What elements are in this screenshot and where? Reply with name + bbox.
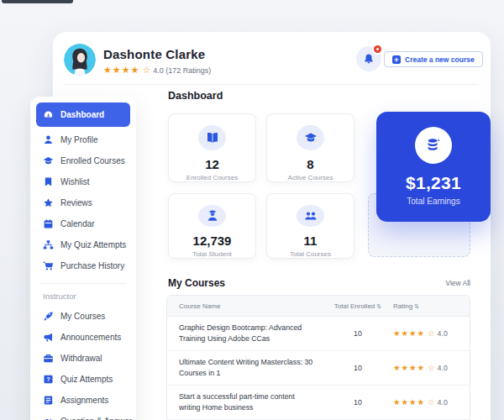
stat-card-total-courses: 11 Total Courses (266, 193, 354, 259)
rating-stars-icon: ★★★★ (393, 364, 425, 372)
course-enrolled: 10 (323, 398, 393, 407)
assignment-icon (43, 395, 54, 406)
star-icon (43, 197, 54, 208)
course-enrolled: 10 (323, 364, 393, 372)
stat-label: Active Courses (288, 174, 333, 181)
sidebar-divider (40, 283, 126, 284)
sidebar-item-quiz-attempts[interactable]: ? Quiz Attempts (30, 369, 136, 390)
table-row[interactable]: Start a successful part-time content wri… (167, 386, 470, 420)
sidebar-item-reviews[interactable]: Reviews (30, 192, 136, 213)
view-all-link[interactable]: View All (416, 279, 470, 287)
sidebar-item-question-answer[interactable]: ?! Question & Answer (30, 411, 136, 420)
quiz-icon: ? (43, 374, 54, 385)
sidebar-item-label: Announcements (60, 333, 121, 342)
stat-label: Total Courses (290, 250, 331, 258)
sidebar-item-label: My Profile (60, 135, 97, 144)
sidebar-item-my-quiz-attempts[interactable]: My Quiz Attempts (30, 234, 136, 255)
stat-value: 8 (307, 157, 313, 171)
rating-value: 4.0 (438, 398, 448, 407)
sort-icon: ⇅ (376, 303, 381, 309)
create-course-label: Create a new course (405, 55, 475, 64)
create-course-button[interactable]: Create a new course (384, 51, 483, 67)
rating-value: 4.0 (438, 329, 448, 338)
table-header-row: Course Name Total Enrolled⇅ Rating⇅ (167, 296, 470, 317)
sidebar-item-my-profile[interactable]: My Profile (30, 129, 136, 150)
sidebar-item-label: Reviews (60, 198, 92, 207)
rating-stars-icon: ★★★★ (103, 66, 139, 75)
avatar (64, 44, 96, 76)
sidebar-item-calendar[interactable]: Calendar (30, 213, 136, 234)
sidebar-item-label: Dashboard (60, 110, 104, 119)
earnings-label: Total Earnings (407, 197, 459, 206)
column-course-name: Course Name (167, 302, 323, 310)
page-title: Dashboard (168, 90, 223, 102)
course-name: Start a successful part-time content wri… (167, 386, 323, 418)
total-earnings-card: $1,231 Total Earnings (376, 112, 491, 222)
column-total-enrolled[interactable]: Total Enrolled⇅ (323, 302, 393, 310)
stat-label: Total Student (192, 250, 232, 258)
cart-icon (43, 260, 54, 271)
user-icon (43, 134, 54, 145)
stat-card-total-student: 12,739 Total Student (168, 193, 256, 259)
bell-icon (363, 53, 375, 65)
course-rating: ★★★★☆ 4.0 (393, 364, 470, 372)
stat-value: 11 (304, 234, 318, 248)
sidebar-item-wishlist[interactable]: Wishlist (30, 171, 136, 192)
course-name: Ultimate Content Writing Masterclass: 30… (167, 352, 323, 384)
rating-star-empty-icon: ☆ (142, 66, 150, 75)
notification-bell-button[interactable] (356, 46, 381, 71)
sitemap-icon (43, 239, 54, 250)
rating-stars-icon: ★★★★ (393, 329, 425, 338)
sidebar-item-enrolled-courses[interactable]: Enrolled Courses (30, 150, 136, 171)
course-name: Graphic Design Bootcamp: Advanced Traini… (167, 318, 323, 349)
rocket-icon (43, 311, 54, 322)
rating-value: 4.0 (438, 364, 448, 372)
sidebar-item-label: Enrolled Courses (60, 156, 125, 165)
rating-text: 4.0 (172 Ratings) (153, 66, 211, 75)
graduation-cap-icon (43, 155, 54, 166)
header-divider (64, 84, 477, 85)
stat-value: 12,739 (193, 234, 232, 248)
sidebar-item-withdrawal[interactable]: Withdrawal (30, 348, 136, 369)
student-icon (198, 205, 226, 227)
sidebar-item-assignments[interactable]: Assignments (30, 390, 136, 411)
column-rating[interactable]: Rating⇅ (393, 302, 470, 310)
table-row[interactable]: Ultimate Content Writing Masterclass: 30… (167, 351, 470, 386)
courses-group-icon (297, 205, 324, 227)
dashboard-page: Dashonte Clarke ★★★★☆ 4.0 (172 Ratings) … (0, 0, 504, 420)
sidebar-item-label: Purchase History (60, 261, 124, 270)
rating-stars-icon: ★★★★ (393, 398, 425, 407)
sidebar-item-announcements[interactable]: Announcements (30, 327, 136, 348)
sidebar-item-label: My Quiz Attempts (60, 240, 126, 249)
my-courses-title: My Courses (168, 277, 225, 289)
course-enrolled: 10 (323, 329, 393, 338)
user-rating: ★★★★☆ 4.0 (172 Ratings) (103, 66, 211, 75)
sidebar-item-label: Calendar (60, 219, 95, 228)
sidebar-item-label: Wishlist (60, 177, 89, 186)
top-decor-strip (2, 0, 73, 3)
rating-star-empty-icon: ☆ (428, 364, 435, 372)
rating-star-empty-icon: ☆ (428, 329, 435, 338)
sidebar: Dashboard My Profile Enrolled Courses Wi… (30, 97, 136, 420)
megaphone-icon (43, 332, 54, 343)
course-rating: ★★★★☆ 4.0 (393, 398, 470, 407)
user-name: Dashonte Clarke (103, 47, 205, 61)
table-row[interactable]: Graphic Design Bootcamp: Advanced Traini… (167, 317, 470, 351)
open-book-icon (198, 125, 226, 150)
sidebar-item-purchase-history[interactable]: Purchase History (30, 255, 136, 276)
sidebar-item-dashboard[interactable]: Dashboard (36, 102, 130, 127)
sidebar-item-label: Withdrawal (60, 354, 102, 363)
graduation-cap-icon (297, 125, 324, 150)
question-answer-icon: ?! (43, 416, 54, 420)
sidebar-item-my-courses[interactable]: My Courses (30, 306, 136, 327)
briefcase-icon (43, 353, 54, 364)
my-courses-table: Course Name Total Enrolled⇅ Rating⇅ Grap… (166, 295, 470, 420)
svg-text:?: ? (46, 375, 50, 383)
sidebar-item-label: Question & Answer (60, 417, 132, 420)
stat-card-active-courses: 8 Active Courses (266, 113, 354, 182)
avatar-illustration (64, 44, 96, 76)
sidebar-item-label: Assignments (60, 396, 108, 405)
sidebar-section-instructor: Instructor (30, 290, 136, 306)
notification-badge (372, 44, 383, 55)
coins-icon (415, 127, 452, 164)
